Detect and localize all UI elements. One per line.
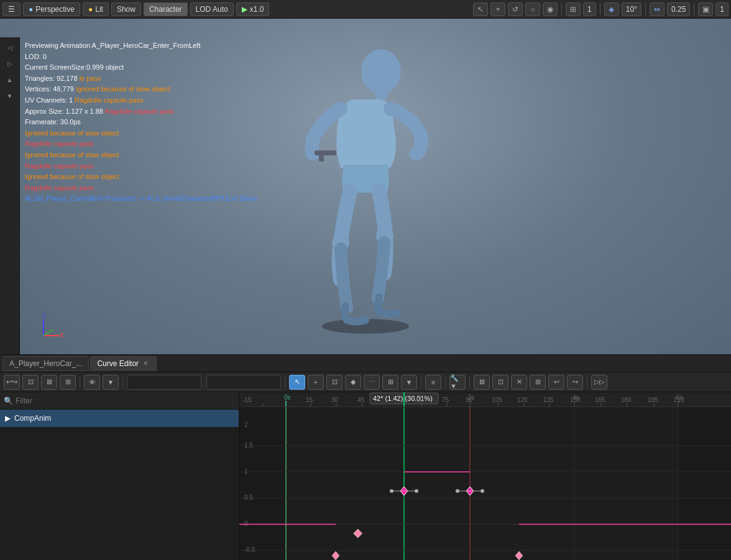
visibility-dropdown[interactable]: ▼ — [103, 375, 119, 390]
show-button[interactable]: Show — [111, 2, 141, 16]
svg-text:60: 60 — [416, 397, 424, 403]
scale-mode-button[interactable]: ⊡ — [326, 375, 343, 390]
ce-separator-2 — [122, 376, 123, 388]
perspective-button[interactable]: ● Perspective — [23, 2, 80, 16]
toolbar-separator-3 — [645, 3, 646, 16]
3d-viewport[interactable]: ◁ ▷ ▲ ▼ Previewing Animation A_Player_He… — [0, 19, 731, 354]
snap-dropdown-button[interactable]: ▼ — [401, 375, 417, 390]
btn-extra-5[interactable]: ↩ — [548, 375, 564, 390]
svg-text:2: 2 — [244, 421, 248, 428]
fov-value: 10° — [622, 2, 641, 16]
curve-editor-section: A_Player_HeroCar_... Curve Editor ✕ ↩↪ ⊡… — [0, 354, 731, 560]
svg-point-6 — [409, 148, 424, 160]
curve-body: 🔍 ▶ CompAnim -15 — [0, 392, 731, 560]
menu-icon: ☰ — [8, 5, 15, 14]
main-toolbar: ☰ ● Perspective ● Lit Show Character LOD… — [0, 0, 731, 19]
svg-text:0.5: 0.5 — [244, 494, 253, 501]
layout-count: 1 — [715, 2, 729, 16]
svg-point-84 — [415, 489, 418, 493]
svg-rect-4 — [315, 150, 336, 155]
grid-view-button[interactable]: ⊞ — [566, 2, 581, 16]
perspective-icon: ● — [29, 5, 33, 14]
svg-point-86 — [456, 489, 459, 493]
show-label: Show — [117, 5, 136, 14]
btn-extra-1[interactable]: ⊠ — [474, 375, 490, 390]
layout-button[interactable]: ▣ — [698, 2, 713, 16]
curve-search-input[interactable] — [127, 375, 201, 390]
curve-svg: 2 1.5 1 0.5 0 -0.5 — [239, 407, 731, 560]
svg-text:15: 15 — [306, 397, 313, 403]
ce-separator-4 — [421, 376, 421, 388]
btn-extra-2[interactable]: ⊡ — [492, 375, 508, 390]
curve-value-input[interactable] — [206, 375, 281, 390]
tangent-button[interactable]: ⋯ — [364, 375, 380, 390]
svg-rect-2 — [375, 90, 387, 99]
svg-text:120: 120 — [517, 397, 528, 403]
svg-text:180: 180 — [621, 397, 632, 403]
lit-label: Lit — [95, 5, 103, 14]
pan-mode-button[interactable]: + — [308, 375, 324, 390]
viewport-strip-btn-2[interactable]: ▷ — [2, 56, 17, 71]
filter-input[interactable] — [16, 397, 235, 405]
curve-editor-tabs: A_Player_HeroCar_... Curve Editor ✕ — [0, 355, 731, 372]
toolbar-right-group: ↖ + ↺ ○ ◉ ⊞ 1 ◈ 10° ⇔ 0.25 ▣ 1 — [473, 2, 729, 16]
perspective-mode-button[interactable]: ◈ — [604, 2, 619, 16]
svg-point-82 — [390, 489, 393, 493]
viewport-strip-btn-4[interactable]: ▼ — [2, 88, 17, 103]
tools-button[interactable]: 🔧▼ — [449, 375, 466, 390]
svg-point-88 — [480, 489, 484, 493]
svg-text:1: 1 — [244, 468, 248, 475]
svg-rect-5 — [319, 154, 324, 162]
transform-button[interactable]: ○ — [525, 2, 540, 16]
track-expand-icon: ▶ — [5, 414, 11, 423]
move-tool-button[interactable]: + — [490, 2, 505, 16]
snap-to-grid-button[interactable]: ⊞ — [382, 375, 398, 390]
frame-selected-button[interactable]: ⊠ — [41, 375, 57, 390]
expand-button[interactable]: ▷▷ — [591, 375, 607, 390]
snap-button[interactable]: ◉ — [543, 2, 558, 16]
tab-animation-label: A_Player_HeroCar_... — [9, 359, 82, 368]
btn-extra-4[interactable]: ⊞ — [530, 375, 546, 390]
svg-text:150: 150 — [570, 397, 581, 403]
svg-text:135: 135 — [543, 397, 554, 403]
tab-curve-editor-label: Curve Editor — [97, 359, 139, 368]
ce-separator-5 — [445, 376, 446, 388]
axis-indicator: Z X — [37, 311, 68, 342]
rotate-tool-button[interactable]: ↺ — [508, 2, 523, 16]
viewport-strip-btn-3[interactable]: ▲ — [2, 72, 17, 87]
add-key-button[interactable]: ⊞ — [60, 375, 76, 390]
lit-button[interactable]: ● Lit — [83, 2, 109, 16]
svg-text:165: 165 — [595, 397, 605, 403]
btn-extra-6[interactable]: ↪ — [567, 375, 583, 390]
play-button[interactable]: ▶ x1.0 — [236, 2, 270, 16]
viewport-left-strip: ◁ ▷ ▲ ▼ — [0, 37, 20, 354]
undo-redo-button[interactable]: ↩↪ — [4, 375, 20, 390]
scale-button[interactable]: ⇔ — [650, 2, 664, 16]
svg-line-13 — [44, 329, 53, 336]
tab-curve-editor[interactable]: Curve Editor ✕ — [90, 356, 157, 371]
btn-extra-3[interactable]: ✕ — [511, 375, 527, 390]
search-icon: 🔍 — [4, 397, 13, 405]
curve-display[interactable]: -15 0s 15 30 45 42* (1.42) (30.01%) — [239, 392, 731, 560]
close-tab-button[interactable]: ✕ — [141, 359, 150, 368]
select-mode-button[interactable]: ↖ — [289, 375, 305, 390]
menu-button[interactable]: ☰ — [2, 2, 21, 16]
tab-animation[interactable]: A_Player_HeroCar_... — [2, 356, 89, 371]
svg-text:30: 30 — [331, 397, 339, 403]
curve-toolbar: ↩↪ ⊡ ⊠ ⊞ 👁 ▼ ↖ + ⊡ ◆ ⋯ ⊞ ▼ ≡ 🔧▼ ⊠ ⊡ ✕ ⊞ … — [0, 372, 731, 392]
grid-count: 1 — [583, 2, 596, 16]
timeline-ruler: -15 0s 15 30 45 42* (1.42) (30.01%) — [239, 392, 731, 407]
select-tool-button[interactable]: ↖ — [473, 2, 488, 16]
lod-button[interactable]: LOD Auto — [190, 2, 234, 16]
more-options-button[interactable]: ≡ — [425, 375, 441, 390]
visibility-button[interactable]: 👁 — [84, 375, 100, 390]
perspective-label: Perspective — [35, 5, 75, 14]
toolbar-separator-2 — [600, 3, 600, 16]
key-type-button[interactable]: ◆ — [345, 375, 361, 390]
track-item-companim[interactable]: ▶ CompAnim — [0, 410, 239, 427]
viewport-strip-btn-1[interactable]: ◁ — [2, 40, 17, 55]
svg-text:-15: -15 — [242, 397, 252, 403]
curve-track-list: 🔍 ▶ CompAnim — [0, 392, 239, 560]
character-button[interactable]: Character — [144, 2, 188, 16]
frame-all-button[interactable]: ⊡ — [22, 375, 39, 390]
